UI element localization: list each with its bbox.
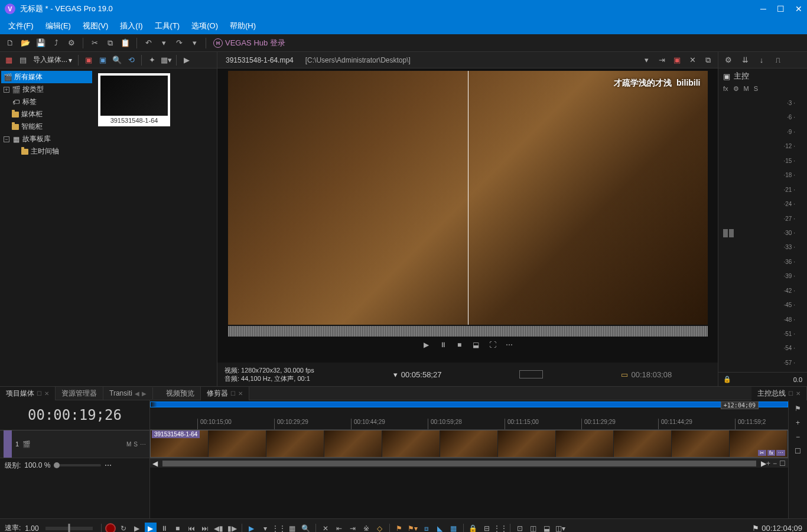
tab-popup-icon[interactable]: ☐ [788, 390, 793, 397]
tab-nav-prev-icon[interactable]: ◀ [135, 390, 139, 397]
fullscreen-icon[interactable]: ⛶ [487, 339, 499, 351]
ruler-tick[interactable]: 00:10:29;29 [274, 419, 351, 429]
pause-button[interactable]: ⏸ [158, 523, 170, 533]
ruler-tick[interactable]: 00:11:59;2 [735, 419, 788, 429]
search-media-icon[interactable]: 🔍 [110, 54, 123, 67]
preview-close-icon[interactable]: ✕ [686, 54, 699, 67]
preview-record-icon[interactable]: ▣ [671, 54, 684, 67]
tab-transitions[interactable]: Transiti◀▶ [103, 387, 153, 399]
save-icon[interactable]: 💾 [34, 37, 47, 50]
add-to-timeline-icon[interactable]: ⬓ [470, 339, 482, 351]
media-fx-icon[interactable]: ✦ [145, 54, 158, 67]
video-clip[interactable]: 391531548-1-64 ✂ fx ⋯ [150, 430, 788, 458]
prev-frame-icon[interactable]: ◀▮ [213, 523, 224, 533]
get-media-icon[interactable]: ▣ [96, 54, 109, 67]
snap-grid-icon[interactable]: ▦ [448, 523, 460, 533]
open-icon[interactable]: 📂 [19, 37, 32, 50]
selection-tool-icon[interactable]: ⋮⋮ [273, 523, 285, 533]
tool-dropdown-icon[interactable]: ▾ [259, 523, 271, 533]
media-props-icon[interactable]: ▤ [17, 54, 30, 67]
clip-crop-icon[interactable]: ✂ [758, 450, 766, 456]
master-output-icon[interactable]: ▣ [723, 72, 730, 81]
scroll-track[interactable] [162, 461, 756, 466]
lock-icon[interactable]: 🔒 [723, 376, 731, 383]
preview-popup-icon[interactable]: ⧉ [701, 54, 714, 67]
menu-edit[interactable]: 编辑(E) [40, 18, 77, 34]
ruler-tick[interactable]: 00:11:15;00 [505, 419, 581, 429]
media-tree[interactable]: 🎬 所有媒体 + 🎬 按类型 🏷 标签 媒体柜 [0, 68, 93, 386]
current-timecode[interactable]: ▾ 00:05:58;27 [393, 370, 442, 379]
expander-icon[interactable]: + [4, 87, 9, 93]
undo-icon[interactable]: ↶ [142, 37, 155, 50]
tracks-area[interactable]: +12:04;09 00:10:15;0000:10:29;2900:10:44… [150, 400, 788, 518]
meter-area[interactable]: ·3 ··6 ··9 ··12 ··15 ··18 ··21 ··24 ··27… [718, 94, 807, 372]
master-gear-icon[interactable]: ⚙ [733, 85, 739, 93]
command-icon[interactable]: ⬓ [541, 523, 553, 533]
tab-project-media[interactable]: 项目媒体☐✕ [0, 387, 56, 400]
envelope-tool-icon[interactable]: ▦ [287, 523, 298, 533]
preview-collapse-icon[interactable]: ⇥ [655, 54, 668, 67]
preview-dropdown-icon[interactable]: ▾ [640, 54, 653, 67]
end-marker[interactable]: +12:04;09 [721, 402, 759, 409]
clip-fx-button[interactable]: fx [767, 450, 775, 456]
zoom-in-icon[interactable]: + [766, 459, 770, 468]
go-start-icon[interactable]: ⏮ [186, 523, 197, 533]
ignore-grouping-icon[interactable]: ⊟ [481, 523, 493, 533]
replace-media-icon[interactable]: ⟲ [125, 54, 138, 67]
tree-by-type[interactable]: + 🎬 按类型 [1, 83, 92, 96]
add-track-icon[interactable]: + [792, 417, 804, 429]
minimize-button[interactable]: ─ [760, 4, 766, 14]
expander-icon[interactable]: − [4, 136, 9, 142]
tab-popup-icon[interactable]: ☐ [37, 390, 42, 397]
tree-smart-bin[interactable]: 智能柜 [1, 120, 92, 133]
lock-events-icon[interactable]: 🔒 [467, 523, 479, 533]
video-track[interactable]: 391531548-1-64 ✂ fx ⋯ [150, 430, 788, 458]
ripple-dropdown-icon[interactable]: ⚑▾ [407, 523, 419, 533]
normal-edit-tool-icon[interactable]: ▶ [246, 523, 258, 533]
scroll-thumb[interactable] [162, 461, 756, 466]
master-mixer-icon[interactable]: ⎍ [772, 54, 785, 67]
import-media-button[interactable]: 导入媒体... ▾ [31, 54, 74, 66]
tab-close-icon[interactable]: ✕ [44, 390, 49, 397]
snap-markers-icon[interactable]: ◣ [434, 523, 446, 533]
region-icon[interactable]: ◫ [528, 523, 539, 533]
next-frame-icon[interactable]: ▮▶ [226, 523, 238, 533]
tab-nav-next-icon[interactable]: ▶ [142, 390, 147, 397]
menu-file[interactable]: 文件(F) [2, 18, 40, 34]
play-from-start-icon[interactable]: ▶ [131, 523, 143, 533]
ruler-tick[interactable]: 00:10:44;29 [351, 419, 428, 429]
scroll-left-icon[interactable]: ◀ [152, 459, 158, 468]
close-button[interactable]: ✕ [795, 4, 802, 14]
tree-all-media[interactable]: 🎬 所有媒体 [1, 71, 92, 83]
video-track-header[interactable]: 1 🎬 M S ⋯ [0, 430, 149, 458]
tab-popup-icon[interactable]: ☐ [230, 390, 236, 397]
paste-icon[interactable]: 📋 [119, 37, 132, 50]
split-tool-icon[interactable]: ✕ [320, 523, 331, 533]
menu-options[interactable]: 选项(O) [186, 18, 224, 34]
stop-icon[interactable]: ■ [454, 339, 466, 351]
loop-region-icon[interactable] [519, 370, 543, 378]
cut-icon[interactable]: ✂ [88, 37, 101, 50]
go-end-icon[interactable]: ⏭ [199, 523, 211, 533]
rate-scrub-control[interactable] [45, 527, 93, 530]
track-more-icon[interactable]: ⋯ [140, 441, 146, 448]
zoom-tool-icon[interactable]: 🔍 [300, 523, 312, 533]
clip-more-icon[interactable]: ⋯ [776, 450, 785, 456]
tree-storyboard[interactable]: − ▦ 故事板库 [1, 133, 92, 145]
capture-icon[interactable]: ▣ [82, 54, 95, 67]
redo-icon[interactable]: ↷ [173, 37, 186, 50]
tab-explorer[interactable]: 资源管理器 [56, 387, 103, 400]
master-dim-icon[interactable]: ↓ [755, 54, 768, 67]
cd-layout-icon[interactable]: ◫▾ [555, 523, 567, 533]
play-media-icon[interactable]: ▶ [180, 54, 193, 67]
properties-icon[interactable]: ⚙ [65, 37, 78, 50]
render-icon[interactable]: ⤴ [50, 37, 63, 50]
menu-view[interactable]: 视图(V) [77, 18, 114, 34]
record-button[interactable] [105, 523, 116, 533]
master-fx-button[interactable]: fx [723, 85, 728, 93]
snap-icon[interactable]: ⧈ [421, 523, 432, 533]
ruler-tick[interactable]: 00:11:44;29 [658, 419, 735, 429]
cursor-timecode[interactable]: 00:00:19;26 [0, 400, 149, 430]
marker-icon[interactable]: ⊡ [514, 523, 526, 533]
menu-insert[interactable]: 插入(I) [114, 18, 148, 34]
